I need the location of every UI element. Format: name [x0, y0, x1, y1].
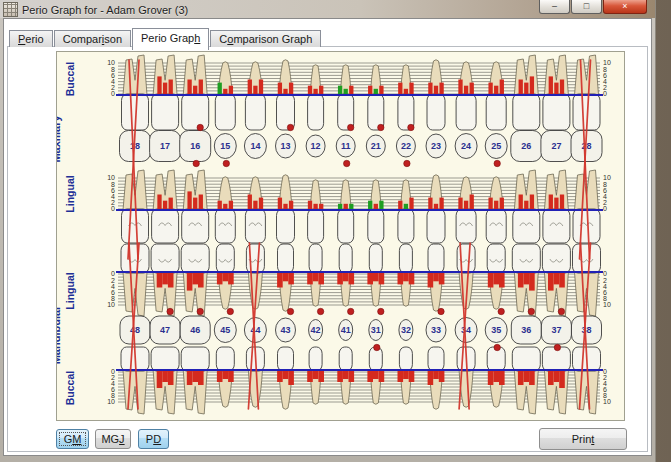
button-label: G [64, 433, 73, 445]
svg-text:21: 21 [371, 141, 381, 151]
app-window: Perio Graph for - Adam Grover (3) – □ × … [0, 0, 656, 462]
svg-text:48: 48 [130, 325, 140, 335]
caption-buttons: – □ × [538, 0, 647, 14]
tab-bar: Perio Comparison Perio Graph Comparison … [9, 28, 322, 50]
tab-label-mnemonic: h [194, 32, 200, 44]
svg-text:0: 0 [111, 90, 115, 97]
svg-text:12: 12 [311, 141, 321, 151]
svg-text:47: 47 [160, 325, 170, 335]
button-label-mnemonic: t [591, 433, 594, 445]
svg-text:27: 27 [551, 141, 561, 151]
svg-text:17: 17 [160, 141, 170, 151]
svg-text:46: 46 [190, 325, 200, 335]
tab-label: mparison Graph [233, 33, 312, 45]
svg-text:44: 44 [250, 325, 260, 335]
maximize-button[interactable]: □ [571, 0, 602, 14]
svg-text:35: 35 [491, 325, 501, 335]
client-area: Perio Comparison Perio Graph Comparison … [3, 18, 652, 456]
svg-text:32: 32 [401, 325, 411, 335]
svg-text:43: 43 [280, 325, 290, 335]
svg-text:24: 24 [461, 141, 471, 151]
svg-text:26: 26 [521, 141, 531, 151]
tab-comparison[interactable]: Comparison [54, 30, 131, 47]
button-label: Prin [572, 433, 592, 445]
pd-button[interactable]: PD [138, 429, 169, 449]
button-label-mnemonic: D [153, 433, 161, 445]
perio-chart-svg: 1010886644220010108866442200002244668810… [57, 52, 624, 420]
tab-label: erio [25, 33, 43, 45]
svg-text:10: 10 [603, 301, 611, 308]
print-button[interactable]: Print [539, 428, 627, 450]
svg-text:13: 13 [280, 141, 290, 151]
perio-chart-panel[interactable]: 1010886644220010108866442200002244668810… [56, 51, 625, 421]
tab-label: Compar [63, 33, 102, 45]
svg-text:Lingual: Lingual [64, 175, 76, 212]
svg-text:34: 34 [461, 325, 471, 335]
svg-text:10: 10 [603, 398, 611, 405]
svg-text:22: 22 [401, 141, 411, 151]
svg-text:10: 10 [107, 301, 115, 308]
svg-text:15: 15 [220, 141, 230, 151]
app-icon [3, 2, 18, 17]
gm-button[interactable]: GM [56, 429, 89, 449]
desktop-background: Perio Graph for - Adam Grover (3) – □ × … [0, 0, 671, 462]
svg-text:Buccal: Buccal [64, 371, 76, 406]
tab-comparison-graph[interactable]: Comparison Graph [210, 30, 321, 47]
svg-text:45: 45 [220, 325, 230, 335]
button-label: MG [101, 433, 119, 445]
svg-text:Mandibular: Mandibular [57, 305, 62, 364]
close-icon: × [622, 2, 627, 11]
button-label-mnemonic: J [119, 433, 125, 445]
close-button[interactable]: × [603, 0, 647, 14]
svg-text:0: 0 [603, 90, 607, 97]
svg-text:Lingual: Lingual [64, 272, 76, 309]
svg-text:38: 38 [581, 325, 591, 335]
svg-text:16: 16 [190, 141, 200, 151]
svg-text:41: 41 [341, 325, 351, 335]
svg-text:31: 31 [371, 325, 381, 335]
mgj-button[interactable]: MGJ [95, 429, 131, 449]
svg-text:11: 11 [341, 141, 351, 151]
tab-label: Perio Grap [141, 32, 194, 44]
tab-perio-graph[interactable]: Perio Graph [132, 28, 209, 50]
tab-perio[interactable]: Perio [9, 30, 53, 47]
svg-text:25: 25 [491, 141, 501, 151]
button-label-mnemonic: M [72, 433, 81, 445]
svg-text:Buccal: Buccal [64, 62, 76, 97]
svg-text:36: 36 [521, 325, 531, 335]
svg-text:0: 0 [111, 205, 115, 212]
maximize-icon: □ [584, 2, 589, 11]
svg-text:37: 37 [551, 325, 561, 335]
svg-text:10: 10 [107, 398, 115, 405]
svg-text:0: 0 [603, 205, 607, 212]
window-title: Perio Graph for - Adam Grover (3) [22, 4, 188, 16]
svg-text:23: 23 [431, 141, 441, 151]
svg-text:33: 33 [431, 325, 441, 335]
svg-text:Maxillary: Maxillary [57, 115, 62, 163]
svg-text:42: 42 [311, 325, 321, 335]
minimize-icon: – [552, 2, 557, 11]
tab-label: son [104, 33, 122, 45]
minimize-button[interactable]: – [539, 0, 570, 14]
svg-text:14: 14 [250, 141, 260, 151]
